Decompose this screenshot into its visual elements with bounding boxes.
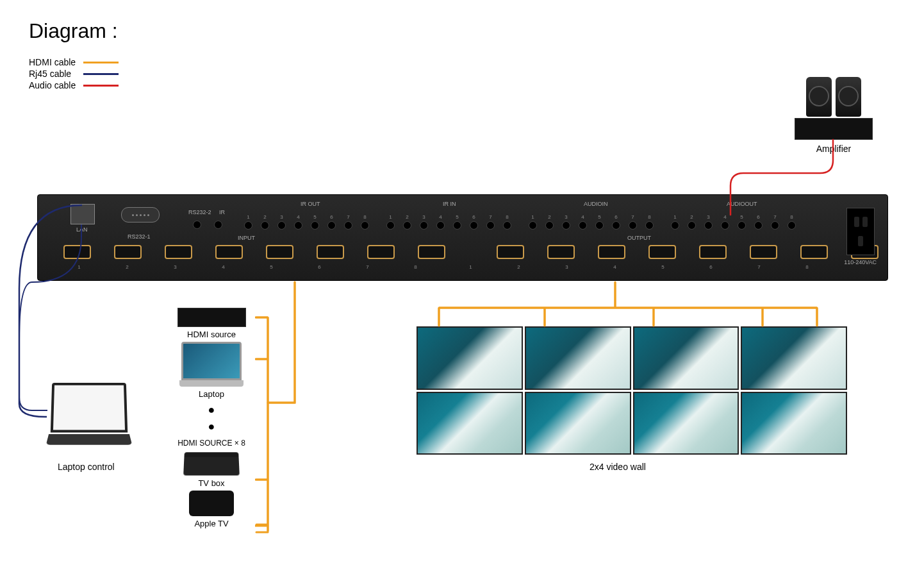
cable-overlay [0,0,924,563]
ir-out-label: IR OUT [301,201,320,207]
ir-label: IR [219,209,225,215]
hdmi-source-label: HDMI source [187,327,236,342]
video-wall-panel [417,392,523,455]
legend-rj45-label: Rj45 cable [29,69,83,79]
video-wall-panel [525,392,631,455]
ir-in-label: IR IN [443,201,456,207]
power-port [846,208,875,255]
rs232-2-jack [193,221,201,229]
hdmi-num-row-in: 12345678 [74,264,420,270]
video-wall-panel [633,392,739,455]
voltage-label: 110-240VAC [844,259,877,265]
ir-in-jacks: 12345678 [386,214,511,230]
legend-audio-label: Audio cable [29,80,83,90]
laptop-source-kb [179,380,243,387]
amplifier-label: Amplifier [795,140,873,158]
tv-box-label: TV box [198,476,224,491]
apple-tv-device [189,491,234,516]
lan-port [70,204,95,224]
video-wall-label: 2x4 video wall [590,462,646,472]
rs232-1-label: RS232-1 [128,233,151,240]
video-wall-panel [633,326,739,390]
laptop-source-screen [181,342,242,380]
video-wall-panel [417,326,523,390]
amplifier-device [795,118,873,140]
audioout-label: AUDIOOUT [727,201,757,207]
speaker-left [806,77,832,117]
source-column: HDMI source Laptop ● ● HDMI SOURCE × 8 T… [170,308,253,531]
matrix-switcher-unit: LAN RS232-1 RS232-2 IR IR OUT IR IN AUDI… [37,194,888,281]
amplifier-group: Amplifier [795,77,873,158]
hdmi-row [63,245,879,259]
laptop-control [47,382,131,440]
video-wall-panel [741,326,847,390]
laptop-source-label: Laptop [199,387,224,401]
diagram-title: Diagram : [29,19,118,43]
input-label: INPUT [238,235,255,241]
legend-rj45: Rj45 cable [29,68,119,80]
legend-hdmi-line [83,62,119,63]
legend: HDMI cable Rj45 cable Audio cable [29,56,119,91]
legend-audio-line [83,85,119,87]
tv-box-device [183,452,240,475]
dots-1: ● [208,401,215,418]
dots-2: ● [208,418,215,435]
legend-hdmi-label: HDMI cable [29,57,83,67]
audioin-jacks: 12345678 [529,214,654,230]
legend-rj45-line [83,73,119,75]
audioin-label: AUDIOIN [584,201,608,207]
source-count-label: HDMI SOURCE × 8 [177,435,245,451]
legend-hdmi: HDMI cable [29,56,119,68]
audioout-jacks: 12345678 [671,214,796,230]
lan-label: LAN [76,226,88,233]
hdmi-num-row-out: 12345678 [466,264,812,270]
hdmi-source-device [177,308,246,327]
laptop-control-label: Laptop control [58,462,115,472]
video-wall-panel [525,326,631,390]
rs232-2-label: RS232-2 [188,209,211,215]
ir-jack [214,221,222,229]
output-label: OUTPUT [627,235,651,241]
rs232-port [121,207,160,223]
legend-audio: Audio cable [29,80,119,91]
ir-out-jacks: 12345678 [244,214,369,230]
video-wall-panel [741,392,847,455]
video-wall [417,326,847,455]
apple-tv-label: Apple TV [194,516,228,531]
speaker-right [836,77,861,117]
